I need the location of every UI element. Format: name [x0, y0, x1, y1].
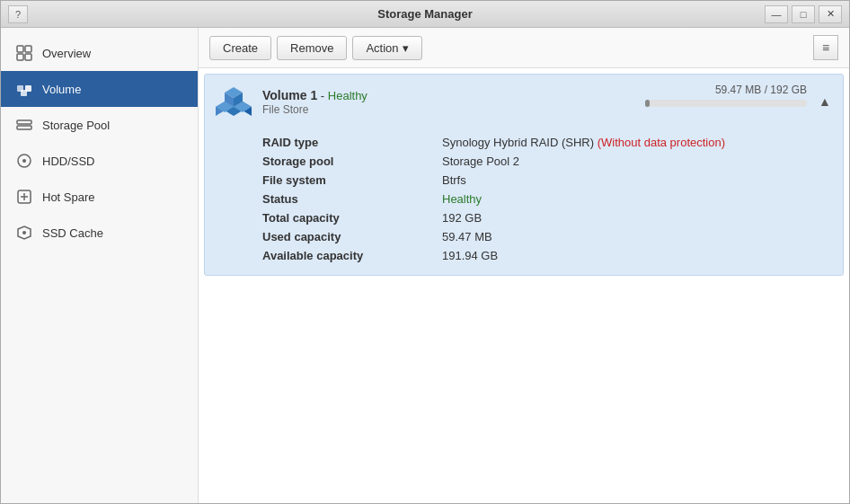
sidebar-item-overview[interactable]: Overview: [1, 35, 198, 71]
raid-warning-text: (Without data protection): [598, 136, 725, 149]
overview-icon: [15, 44, 33, 62]
sidebar-label-volume: Volume: [42, 83, 81, 96]
remove-button[interactable]: Remove: [277, 36, 347, 60]
available-capacity-value: 191.94 GB: [442, 249, 828, 262]
raid-type-text: Synology Hybrid RAID (SHR): [442, 136, 594, 149]
main-content: Overview Volume: [1, 28, 849, 503]
action-button[interactable]: Action ▾: [352, 36, 421, 60]
file-system-label: File system: [262, 173, 442, 187]
hdd-ssd-icon: [15, 152, 33, 170]
toolbar-right: ≡: [813, 35, 838, 60]
sidebar-item-hot-spare[interactable]: Hot Spare: [1, 179, 198, 215]
close-button[interactable]: ✕: [819, 5, 842, 23]
sidebar-label-ssd-cache: SSD Cache: [42, 226, 103, 240]
volume-header: Volume 1 - Healthy File Store 59.47 MB /…: [205, 75, 843, 128]
window-title: Storage Manager: [377, 7, 472, 21]
help-icon: ?: [15, 9, 21, 20]
status-value: Healthy: [442, 192, 828, 206]
volume-status-label: Healthy: [328, 89, 367, 102]
svg-rect-0: [17, 46, 23, 52]
svg-rect-1: [25, 46, 31, 52]
volume-subtitle: File Store: [262, 103, 308, 116]
sidebar-label-hot-spare: Hot Spare: [42, 190, 95, 204]
svg-point-10: [22, 159, 26, 163]
list-view-button[interactable]: ≡: [813, 35, 838, 60]
raid-type-value: Synology Hybrid RAID (SHR) (Without data…: [442, 136, 828, 149]
sidebar-item-ssd-cache[interactable]: SSD Cache: [1, 215, 198, 251]
sidebar-label-overview: Overview: [42, 47, 91, 60]
volume-details: RAID type Synology Hybrid RAID (SHR) (Wi…: [205, 128, 843, 275]
volume-dash: -: [321, 89, 328, 102]
maximize-button[interactable]: □: [792, 5, 815, 23]
collapse-button[interactable]: ▲: [816, 93, 834, 111]
capacity-bar: [645, 100, 807, 107]
minimize-button[interactable]: —: [765, 5, 788, 23]
ssd-cache-icon: [15, 224, 33, 242]
help-button[interactable]: ?: [8, 5, 28, 23]
volume-card: Volume 1 - Healthy File Store 59.47 MB /…: [204, 74, 844, 276]
window-controls: — □ ✕: [765, 1, 842, 27]
volume-list: Volume 1 - Healthy File Store 59.47 MB /…: [199, 68, 849, 503]
capacity-bar-fill: [645, 100, 650, 107]
maximize-icon: □: [801, 9, 807, 20]
toolbar: Create Remove Action ▾ ≡: [199, 28, 849, 68]
volume-3d-icon: [216, 84, 252, 119]
sidebar-item-hdd-ssd[interactable]: HDD/SSD: [1, 143, 198, 179]
storage-manager-window: ? Storage Manager — □ ✕: [0, 0, 850, 504]
capacity-text: 59.47 MB / 192 GB: [645, 84, 807, 96]
used-capacity-value: 59.47 MB: [442, 230, 828, 243]
minimize-icon: —: [772, 9, 782, 20]
sidebar-label-hdd-ssd: HDD/SSD: [42, 155, 95, 168]
total-capacity-label: Total capacity: [262, 211, 442, 225]
action-label: Action: [366, 41, 398, 55]
titlebar: ? Storage Manager — □ ✕: [1, 1, 849, 28]
action-dropdown-icon: ▾: [403, 41, 409, 55]
sidebar-label-storage-pool: Storage Pool: [42, 119, 110, 132]
raid-type-label: RAID type: [262, 136, 442, 149]
total-capacity-value: 192 GB: [442, 211, 828, 225]
storage-pool-label: Storage pool: [262, 155, 442, 168]
volume-name: Volume 1: [262, 88, 317, 102]
volume-capacity-info: 59.47 MB / 192 GB: [645, 84, 807, 107]
file-system-value: Btrfs: [442, 173, 828, 187]
volume-icon: [15, 80, 33, 98]
chevron-up-icon: ▲: [819, 94, 831, 109]
create-button[interactable]: Create: [209, 36, 271, 60]
storage-pool-value: Storage Pool 2: [442, 155, 828, 168]
used-capacity-label: Used capacity: [262, 230, 442, 243]
svg-rect-3: [25, 54, 31, 60]
svg-rect-6: [21, 90, 27, 96]
hot-spare-icon: [15, 188, 33, 206]
svg-rect-7: [17, 120, 31, 124]
content-area: Create Remove Action ▾ ≡: [199, 28, 849, 503]
list-icon: ≡: [822, 40, 829, 55]
status-label: Status: [262, 192, 442, 206]
titlebar-left-controls: ?: [8, 1, 28, 27]
svg-point-14: [22, 231, 26, 234]
available-capacity-label: Available capacity: [262, 249, 442, 262]
sidebar-item-storage-pool[interactable]: Storage Pool: [1, 107, 198, 143]
close-icon: ✕: [827, 8, 835, 20]
sidebar: Overview Volume: [1, 28, 199, 503]
svg-rect-8: [17, 126, 31, 129]
sidebar-item-volume[interactable]: Volume: [1, 71, 198, 107]
storage-pool-icon: [15, 116, 33, 134]
svg-rect-2: [17, 54, 23, 60]
